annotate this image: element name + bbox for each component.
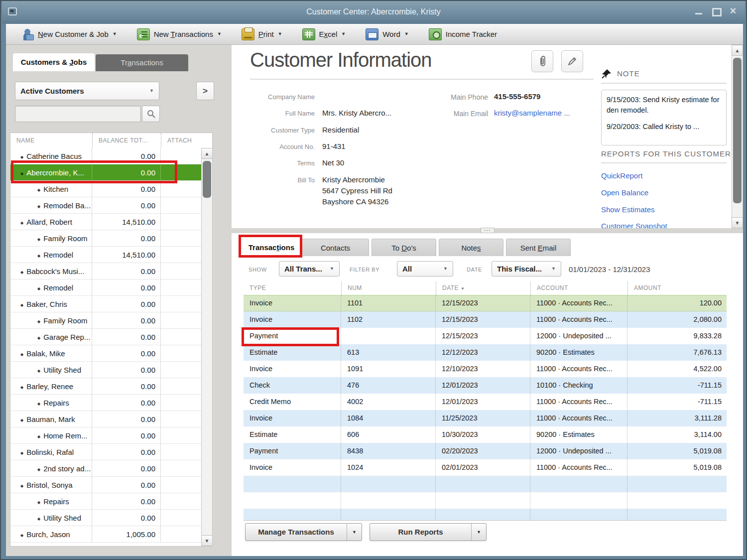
chevron-right-icon: > <box>203 86 208 96</box>
customer-row[interactable]: Bristol, Sonya0.00 <box>10 477 201 493</box>
customer-job-row[interactable]: Garage Rep...0.00 <box>10 329 201 345</box>
empty-row <box>244 509 727 521</box>
customer-job-row[interactable]: 2nd story ad...0.00 <box>10 460 201 477</box>
column-header-date[interactable]: DATE ▼ <box>436 281 530 295</box>
company-name-label: Company Name <box>242 93 315 101</box>
customer-snapshot-link[interactable]: Customer Snapshot <box>601 222 667 228</box>
column-header-num[interactable]: NUM <box>341 281 436 295</box>
customer-row[interactable]: Baker, Chris0.00 <box>10 296 201 312</box>
run-reports-button[interactable]: Run Reports ▼ <box>370 523 487 541</box>
pane-divider[interactable]: ··· <box>232 228 743 233</box>
column-header-type[interactable]: TYPE <box>244 281 341 295</box>
empty-row <box>244 476 727 492</box>
close-button[interactable]: × <box>728 7 738 16</box>
customer-job-row[interactable]: Remodel0.00 <box>10 280 201 296</box>
tab-sent-email[interactable]: Sent Email <box>506 239 571 256</box>
column-header-name[interactable]: NAME <box>10 133 92 148</box>
transaction-row[interactable]: Estimate60610/30/202390200 · Estimates3,… <box>244 426 727 443</box>
customer-type-label: Customer Type <box>242 127 315 134</box>
customer-job-row[interactable]: Family Room0.00 <box>10 312 201 329</box>
transaction-row[interactable]: Invoice102402/01/202311000 · Accounts Re… <box>244 459 727 476</box>
column-header-account[interactable]: ACCOUNT <box>530 281 627 295</box>
tab-to-dos[interactable]: To Do's <box>372 239 436 256</box>
customer-job-row[interactable]: Remodel14,510.00 <box>10 247 201 263</box>
customer-job-row[interactable]: Utility Shed0.00 <box>10 362 201 378</box>
scroll-down-button[interactable]: ▼ <box>732 217 743 228</box>
chevron-down-icon[interactable]: ▼ <box>471 524 486 541</box>
customer-row[interactable]: Babcock's Musi...0.00 <box>10 263 201 280</box>
customer-list-scrollbar[interactable] <box>201 148 213 546</box>
transaction-row[interactable]: Invoice109112/10/202311000 · Accounts Re… <box>244 361 727 377</box>
column-header-attach[interactable]: ATTACH <box>161 133 201 148</box>
transaction-row[interactable]: Payment843802/20/202312000 · Undeposited… <box>244 443 727 459</box>
customer-row[interactable]: Bolinski, Rafal0.00 <box>10 444 201 460</box>
quickreport-link[interactable]: QuickReport <box>601 171 642 180</box>
show-estimates-link[interactable]: Show Estimates <box>601 205 655 214</box>
maximize-button[interactable] <box>711 7 721 16</box>
collapse-panel-button[interactable]: > <box>196 82 214 100</box>
open-balance-link[interactable]: Open Balance <box>601 188 648 197</box>
annotation-selected-customer <box>11 160 177 183</box>
customer-note-box[interactable]: 9/15/2003: Send Kristy estimate for den … <box>601 90 727 145</box>
main-email-link[interactable]: kristy@samplename ... <box>494 109 570 117</box>
customer-view-dropdown[interactable]: Active Customers ▼ <box>15 82 159 100</box>
transaction-row[interactable]: Credit Memo400212/01/202311000 · Account… <box>244 394 727 410</box>
new-customer-job-button[interactable]: New Customer & Job ▼ <box>16 26 122 42</box>
transaction-row[interactable]: Invoice108411/25/202311000 · Accounts Re… <box>244 410 727 426</box>
word-button[interactable]: Word ▼ <box>361 26 414 42</box>
column-header-balance[interactable]: BALANCE TOT... <box>92 133 161 148</box>
paperclip-icon <box>537 55 548 67</box>
tab-contacts[interactable]: Contacts <box>302 239 369 256</box>
new-transaction-icon <box>137 28 150 40</box>
account-no-label: Account No. <box>242 143 315 150</box>
customer-job-row[interactable]: Utility Shed0.00 <box>10 510 201 526</box>
customer-job-row[interactable]: Repairs0.00 <box>10 395 201 411</box>
annotation-transactions-tab <box>239 235 302 258</box>
filter-by-label: FILTER BY <box>350 267 379 273</box>
minimize-button[interactable] <box>694 7 704 16</box>
customer-job-row[interactable]: Home Rem...0.00 <box>10 427 201 444</box>
search-button[interactable] <box>142 106 160 122</box>
transaction-row-selected[interactable]: Invoice110112/15/202311000 · Accounts Re… <box>244 295 727 311</box>
customer-information-pane: Customer Information Company Name Full N… <box>232 45 743 228</box>
column-header-amount[interactable]: AMOUNT <box>627 281 727 295</box>
chevron-down-icon[interactable]: ▼ <box>347 524 362 541</box>
scroll-down-button[interactable]: ▼ <box>201 535 213 546</box>
attachments-button[interactable] <box>531 50 553 72</box>
customer-job-row[interactable]: Family Room0.00 <box>10 230 201 247</box>
customer-row[interactable]: Burch, Jason1,005.00 <box>10 526 201 543</box>
chevron-down-icon: ▼ <box>551 267 556 271</box>
customer-row[interactable]: Barley, Renee0.00 <box>10 378 201 395</box>
transaction-row[interactable]: Estimate61312/12/202390200 · Estimates7,… <box>244 344 727 361</box>
customer-row[interactable]: Bauman, Mark0.00 <box>10 411 201 427</box>
customer-job-row[interactable]: Remodel Ba...0.00 <box>10 197 201 214</box>
customer-center-window: Customer Center: Abercrombie, Kristy × N… <box>0 0 747 560</box>
manage-transactions-button[interactable]: Manage Transactions ▼ <box>245 523 362 541</box>
scrollbar-thumb[interactable] <box>733 58 742 203</box>
scroll-up-button[interactable]: ▲ <box>201 148 213 159</box>
terms-value: Net 30 <box>322 158 344 167</box>
edit-customer-button[interactable] <box>561 50 583 72</box>
customer-search-input[interactable] <box>15 106 141 122</box>
income-tracker-button[interactable]: Income Tracker <box>424 26 502 42</box>
tab-notes[interactable]: Notes <box>439 239 503 256</box>
filter-by-dropdown[interactable]: All ▼ <box>397 261 453 277</box>
chevron-down-icon: ▼ <box>341 32 346 36</box>
scrollbar-thumb[interactable] <box>203 161 211 198</box>
date-filter-dropdown[interactable]: This Fiscal... ▼ <box>492 261 561 277</box>
divider-grip[interactable]: ··· <box>481 228 495 233</box>
bill-to-line: 5647 Cypress Hill Rd <box>322 186 392 195</box>
customer-job-row[interactable]: Repairs0.00 <box>10 493 201 510</box>
customer-row[interactable]: Allard, Robert14,510.00 <box>10 214 201 230</box>
tab-customers-and-jobs[interactable]: Customers & Jobs <box>13 53 95 71</box>
scroll-up-button[interactable]: ▲ <box>732 45 743 56</box>
tab-transactions-list[interactable]: Transactions <box>96 54 188 71</box>
transaction-row[interactable]: Check47612/01/202310100 · Checking-711.1… <box>244 377 727 394</box>
transaction-row[interactable]: Invoice110212/15/202311000 · Accounts Re… <box>244 311 727 328</box>
excel-button[interactable]: Excel ▼ <box>297 26 351 42</box>
show-filter-dropdown[interactable]: All Trans... ▼ <box>279 261 340 277</box>
new-transactions-button[interactable]: New Transactions ▼ <box>132 26 227 42</box>
customer-row[interactable]: Balak, Mike0.00 <box>10 345 201 362</box>
print-button[interactable]: Print ▼ <box>237 26 287 42</box>
chevron-down-icon: ▼ <box>330 267 334 271</box>
